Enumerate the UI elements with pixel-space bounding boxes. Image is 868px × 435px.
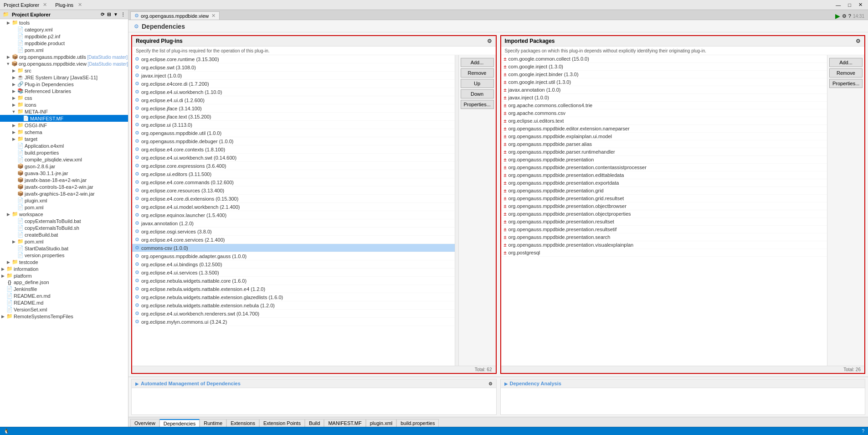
remove-plugin-button[interactable]: Remove (461, 68, 494, 78)
filter-icon[interactable]: ▼ (113, 12, 118, 17)
tree-item[interactable]: 📄 copyExternalsToBuild.bat (0, 218, 128, 224)
tree-item[interactable]: ▶ 📁 schema (0, 129, 128, 135)
plugin-list-item[interactable]: ⚙org.opengauss.mppdbide.util (1.0.0) (132, 129, 455, 137)
bottom-tab-plugin.xml[interactable]: plugin.xml (366, 419, 397, 427)
plugin-list-item[interactable]: ⚙org.eclipse.e4.core.commands (0.12.600) (132, 178, 455, 186)
package-list-item[interactable]: ±com.google.common.collect (15.0.0) (501, 55, 827, 63)
down-plugin-button[interactable]: Down (461, 89, 494, 98)
package-list-item[interactable]: ±com.google.inject (1.3.0) (501, 63, 827, 71)
tree-item[interactable]: ▶ 📁 tools (0, 19, 128, 26)
package-list-item[interactable]: ±org.opengauss.mppdbide.presentation.res… (501, 218, 827, 226)
plugin-list-item[interactable]: ⚙org.eclipse.osgi.services (3.8.0) (132, 228, 455, 236)
package-list-item[interactable]: ±org.opengauss.mppdbide.presentation.vis… (501, 241, 827, 249)
tree-item[interactable]: 📄 createBuild.bat (0, 231, 128, 238)
plugin-list-item[interactable]: ⚙org.eclipse.core.resources (3.13.400) (132, 186, 455, 195)
automated-mgmt-icon[interactable]: ⚙ (488, 381, 493, 386)
package-list-item[interactable]: ±org.opengauss.mppdbide.parser.runtimeha… (501, 148, 827, 156)
tree-item[interactable]: 📄 version.properties (0, 252, 128, 259)
required-plugins-list[interactable]: ⚙org.eclipse.core.runtime (3.15.300)⚙org… (132, 55, 455, 366)
tree-item[interactable]: 📄 compile_plsqlide.view.xml (0, 156, 128, 163)
tree-item[interactable]: 📄 MANIFEST.MF (0, 115, 128, 122)
plugin-list-item[interactable]: ⚙commons-csv (1.0.0) (132, 244, 455, 252)
tree-item[interactable]: ▶ 📚 Referenced Libraries (0, 88, 128, 94)
plugin-list-item[interactable]: ⚙org.eclipse.mylyn.commons.ui (3.24.2) (132, 318, 455, 326)
close-btn[interactable]: ✕ (857, 2, 864, 8)
maximize-btn[interactable]: □ (846, 2, 853, 8)
tree-item[interactable]: ▶ 📦 org.opengauss.mppdbide.utils [DataSt… (0, 53, 128, 60)
plugin-list-item[interactable]: ⚙org.eclipse.nebula.widgets.nattable.cor… (132, 277, 455, 285)
package-list-item[interactable]: ±org.opengauss.mppdbide.parser.alias (501, 140, 827, 148)
plugin-list-item[interactable]: ⚙org.eclipse.e4.ui.workbench (1.10.0) (132, 88, 455, 96)
plugin-list-item[interactable]: ⚙org.eclipse.e4.ui.bindings (0.12.500) (132, 260, 455, 269)
bottom-tab-extensions[interactable]: Extensions (226, 419, 259, 427)
plugin-list-item[interactable]: ⚙org.eclipse.core.expressions (3.6.400) (132, 162, 455, 170)
tree-item[interactable]: 📄 Jenkinsfile (0, 285, 128, 292)
tree-item[interactable]: ▶ 📁 target (0, 135, 128, 142)
remove-package-button[interactable]: Remove (829, 68, 863, 78)
tree-item[interactable]: ▶ 📁 RemoteSystemsTempFiles (0, 313, 128, 320)
tree-item[interactable]: ▶ ☕ JRE System Library [JavaSE-11] (0, 74, 128, 81)
plugin-list-item[interactable]: ⚙org.eclipse.e4.ui.workbench.swt (0.14.6… (132, 154, 455, 162)
plugin-list-item[interactable]: ⚙org.eclipse.e4.core.services (2.1.400) (132, 236, 455, 244)
tree-item[interactable]: ▶ 📁 src (0, 67, 128, 74)
tree-item[interactable]: 📄 Application.e4xml (0, 142, 128, 149)
package-list-item[interactable]: ±org.opengauss.mppdbide.editor.extension… (501, 125, 827, 133)
package-list-item[interactable]: ±org.opengauss.mppdbide.presentation.exp… (501, 179, 827, 187)
plugin-list-item[interactable]: ⚙javax.annotation (1.2.0) (132, 219, 455, 228)
plugin-list-item[interactable]: ⚙org.eclipse.jface.text (3.15.200) (132, 113, 455, 121)
package-list-item[interactable]: ±org.apache.commons.csv (501, 109, 827, 117)
plugin-list-item[interactable]: ⚙org.eclipse.e4.core.di.extensions (0.15… (132, 195, 455, 203)
tree-item[interactable]: ▼ 📦 org.opengauss.mppdbide.view [DataStu… (0, 60, 128, 67)
properties-package-button[interactable]: Properties... (829, 79, 863, 88)
tree-item[interactable]: 📄 pom.xml (0, 204, 128, 211)
tree-item[interactable]: 📄 plugin.xml (0, 197, 128, 204)
plugin-list-item[interactable]: ⚙org.eclipse.nebula.widgets.nattable.ext… (132, 293, 455, 301)
package-list-item[interactable]: ±javax.annotation (1.0.0) (501, 86, 827, 94)
editor-tab[interactable]: ⚙ org.opengauss.mppdbide.view ✕ (130, 11, 220, 20)
tree-item[interactable]: ▶ 📁 testcode (0, 259, 128, 265)
tree-item[interactable]: ▼ 📁 META-INF (0, 108, 128, 115)
package-list-item[interactable]: ±javax.inject (1.0.0) (501, 94, 827, 102)
plugin-list-item[interactable]: ⚙org.eclipse.e4.ui.model.workbench (2.1.… (132, 203, 455, 211)
add-plugin-button[interactable]: Add... (461, 58, 494, 67)
plugin-list-item[interactable]: ⚙org.eclipse.e4.ui.services (1.3.500) (132, 269, 455, 277)
tree-item[interactable]: ▶ 📁 icons (0, 101, 128, 108)
tree-item[interactable]: ▶ 📁 css (0, 94, 128, 101)
tree-item[interactable]: 📄 README.md (0, 299, 128, 306)
tree-item[interactable]: ▶ 📁 workspace (0, 211, 128, 218)
tree-item[interactable]: 📄 VersionSet.xml (0, 306, 128, 313)
package-list-item[interactable]: ±org.opengauss.mppdbide.presentation.edi… (501, 171, 827, 179)
package-list-item[interactable]: ±org.opengauss.mppdbide.presentation.gri… (501, 187, 827, 195)
tree-item[interactable]: ▶ 📁 information (0, 265, 128, 272)
plugin-list-item[interactable]: ⚙org.eclipse.ui.editors (3.11.500) (132, 170, 455, 178)
sync-icon[interactable]: ⟳ (101, 12, 104, 17)
tree-item[interactable]: 📄 pom.xml (0, 47, 128, 53)
plugin-list-item[interactable]: ⚙org.eclipse.equinox.launcher (1.5.400) (132, 211, 455, 219)
bottom-tab-manifest.mf[interactable]: MANIFEST.MF (324, 419, 365, 427)
plugin-list-item[interactable]: ⚙org.opengauss.mppdbide.debuger (1.0.0) (132, 137, 455, 145)
package-list-item[interactable]: ±org.postgresql (501, 249, 827, 257)
tree-item[interactable]: 📄 copyExternalsToBuild.sh (0, 224, 128, 231)
package-list-item[interactable]: ±org.opengauss.mppdbide.explainplan.ui.m… (501, 133, 827, 140)
collapse-icon[interactable]: ⊟ (107, 12, 111, 17)
tree-item[interactable]: ▶ 📁 OSGI-INF (0, 122, 128, 129)
plugin-list-item[interactable]: ⚙org.opengauss.mppdbide.adapter.gauss (1… (132, 252, 455, 260)
package-list-item[interactable]: ±com.google.inject.util (1.3.0) (501, 78, 827, 86)
plugin-list-item[interactable]: ⚙org.eclipse.swt (3.108.0) (132, 63, 455, 72)
run-icon[interactable]: ▶ (835, 12, 840, 20)
plugin-list-item[interactable]: ⚙org.eclipse.nebula.widgets.nattable.ext… (132, 301, 455, 310)
plugin-list-item[interactable]: ⚙org.eclipse.e4.ui.workbench.renderers.s… (132, 310, 455, 318)
package-list-item[interactable]: ±org.apache.commons.collections4.trie (501, 102, 827, 109)
required-plugins-scrollbar[interactable] (455, 55, 458, 366)
imported-packages-menu-icon[interactable]: ⚙ (856, 38, 861, 44)
plugin-list-item[interactable]: ⚙org.eclipse.e4core.di (1.7.200) (132, 80, 455, 88)
tree-item[interactable]: 📄 StartDataStudio.bat (0, 245, 128, 252)
tree-item[interactable]: 📦 javafx-controls-18-ea+2-win.jar (0, 183, 128, 190)
plugin-list-item[interactable]: ⚙org.eclipse.e4.ui.di (1.2.600) (132, 96, 455, 104)
tree-item[interactable]: 📄 category.xml (0, 26, 128, 33)
tree-item[interactable]: 📦 guava-30.1.1-jre.jar (0, 170, 128, 176)
bottom-tab-overview[interactable]: Overview (130, 419, 159, 427)
tree-item[interactable]: 📦 gson-2.8.6.jar (0, 163, 128, 170)
package-list-item[interactable]: ±com.google.inject.binder (1.3.0) (501, 71, 827, 78)
bottom-tab-extension-points[interactable]: Extension Points (259, 419, 305, 427)
